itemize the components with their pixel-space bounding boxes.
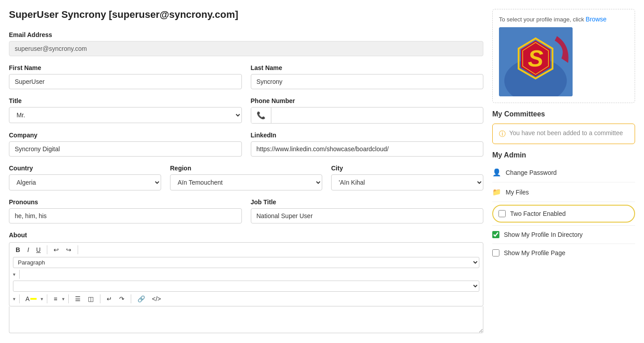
- separator-1: [47, 245, 47, 254]
- change-password-icon: 👤: [492, 168, 501, 177]
- superman-svg: S: [499, 27, 573, 96]
- highlight-color-bar: [30, 298, 37, 300]
- admin-title: My Admin: [492, 151, 635, 159]
- title-label: Title: [9, 97, 242, 104]
- separator-6: [68, 294, 69, 303]
- first-name-label: First Name: [9, 64, 242, 71]
- two-factor-checkbox[interactable]: [499, 210, 506, 217]
- show-directory-checkbox[interactable]: [492, 231, 499, 238]
- phone-input-wrapper: 📞: [251, 107, 484, 124]
- show-directory-item[interactable]: Show My Profile In Directory: [492, 227, 635, 242]
- ordered-list-btn[interactable]: ☰: [72, 293, 83, 304]
- job-title-input[interactable]: [251, 208, 484, 223]
- highlight-icon: A: [25, 295, 29, 302]
- email-label: Email Address: [9, 31, 52, 38]
- italic-btn[interactable]: I: [25, 244, 32, 255]
- redo-btn[interactable]: ↪: [63, 244, 74, 255]
- highlight-btn[interactable]: A: [23, 293, 39, 304]
- pronouns-input[interactable]: [9, 208, 242, 223]
- admin-divider-2: [492, 202, 635, 202]
- bold-btn[interactable]: B: [13, 244, 23, 255]
- separator-5: [47, 294, 47, 303]
- undo-btn[interactable]: ↩: [51, 244, 62, 255]
- last-name-label: Last Name: [251, 64, 484, 71]
- svg-text:S: S: [528, 45, 544, 71]
- font-chevron: ▾: [13, 296, 16, 302]
- info-icon: ⓘ: [499, 130, 506, 138]
- show-directory-label[interactable]: Show My Profile In Directory: [504, 231, 583, 238]
- title-select[interactable]: Mr. Mrs. Ms. Dr. Prof.: [9, 107, 242, 123]
- phone-input[interactable]: [271, 108, 483, 123]
- committees-empty-box: ⓘ You have not been added to a committee: [492, 124, 635, 144]
- country-select[interactable]: Algeria: [9, 174, 161, 190]
- linkedin-label: LinkedIn: [251, 132, 484, 139]
- committees-title: My Committees: [492, 110, 635, 118]
- pronouns-label: Pronouns: [9, 198, 242, 206]
- separator-2: [78, 245, 78, 254]
- files-icon: 📁: [492, 188, 501, 196]
- admin-divider-1: [492, 182, 635, 182]
- separator-8: [131, 294, 131, 303]
- show-profile-label[interactable]: Show My Profile Page: [504, 249, 565, 256]
- show-profile-checkbox[interactable]: [492, 249, 499, 256]
- align-btn[interactable]: ≡: [51, 293, 60, 304]
- highlight-chevron: ▾: [41, 296, 43, 302]
- first-name-input[interactable]: [9, 74, 242, 89]
- my-files-item[interactable]: 📁 My Files: [492, 184, 635, 200]
- city-select[interactable]: 'Aïn Kihal: [331, 174, 483, 190]
- my-files-label: My Files: [506, 189, 529, 196]
- profile-image: S: [499, 27, 573, 96]
- change-password-item[interactable]: 👤 Change Password: [492, 165, 635, 180]
- two-factor-label[interactable]: Two Factor Enabled: [510, 210, 566, 217]
- email-display: superuser@syncrony.com: [9, 41, 483, 56]
- indent-increase-btn[interactable]: ↷: [116, 293, 127, 304]
- phone-label: Phone Number: [251, 97, 484, 104]
- committees-empty-msg: You have not been added to a committee: [509, 129, 623, 136]
- show-profile-item[interactable]: Show My Profile Page: [492, 246, 635, 260]
- editor-toolbar: B I U ↩ ↪ Paragraph Heading 1 Heading 2 …: [9, 242, 483, 306]
- last-name-input[interactable]: [251, 74, 484, 89]
- unordered-list-btn[interactable]: ◫: [85, 293, 96, 304]
- admin-divider-4: [492, 244, 635, 244]
- browse-link[interactable]: Browse: [586, 16, 607, 23]
- page-title: SuperUser Syncrony [superuser@syncrony.c…: [9, 9, 483, 21]
- link-btn[interactable]: 🔗: [135, 293, 148, 304]
- region-label: Region: [170, 165, 322, 172]
- company-input[interactable]: [9, 141, 242, 157]
- profile-image-instruction: To select your profile image, click Brow…: [499, 16, 628, 23]
- phone-icon-btn[interactable]: 📞: [251, 107, 271, 123]
- separator-7: [100, 294, 100, 303]
- job-title-label: Job Title: [251, 198, 484, 206]
- font-select[interactable]: [13, 281, 479, 292]
- align-chevron: ▾: [62, 296, 65, 302]
- code-btn[interactable]: </>: [150, 293, 164, 304]
- two-factor-row[interactable]: Two Factor Enabled: [492, 205, 635, 223]
- profile-image-card: To select your profile image, click Brow…: [492, 9, 635, 103]
- city-label: City: [331, 165, 483, 172]
- about-label: About: [9, 231, 483, 239]
- separator-4: [19, 294, 20, 303]
- committees-section: My Committees ⓘ You have not been added …: [492, 110, 635, 144]
- underline-btn[interactable]: U: [33, 244, 43, 255]
- about-textarea[interactable]: [9, 306, 483, 333]
- country-label: Country: [9, 165, 161, 172]
- paragraph-chevron: ▾: [13, 272, 16, 277]
- linkedin-input[interactable]: [251, 141, 484, 157]
- paragraph-select[interactable]: Paragraph Heading 1 Heading 2: [13, 257, 479, 268]
- change-password-label: Change Password: [506, 169, 557, 176]
- indent-decrease-btn[interactable]: ↵: [104, 293, 115, 304]
- admin-section: My Admin 👤 Change Password 📁 My Files Tw…: [492, 151, 635, 260]
- admin-divider-3: [492, 225, 635, 226]
- region-select[interactable]: Aïn Temouchent: [170, 174, 322, 190]
- separator-3: [19, 270, 20, 279]
- company-label: Company: [9, 132, 242, 139]
